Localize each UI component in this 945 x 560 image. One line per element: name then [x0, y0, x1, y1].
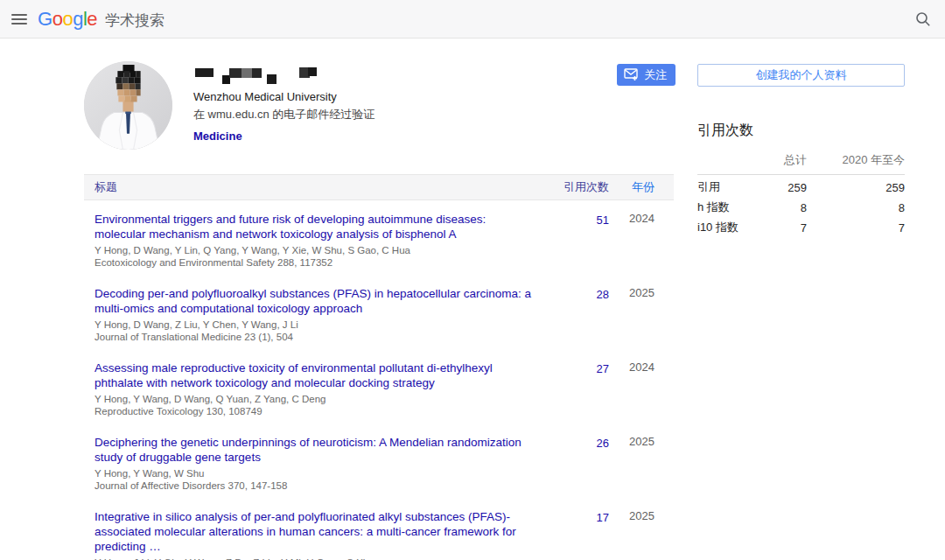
publication-title-link[interactable]: Assessing male reproductive toxicity of …: [94, 360, 536, 390]
publication-year: 2025: [609, 509, 674, 522]
publication-row: Integrative in silico analysis of per-an…: [84, 498, 674, 560]
stat-label-i10index[interactable]: i10 指数: [697, 220, 752, 235]
publication-title-link[interactable]: Environmental triggers and future risk o…: [94, 212, 536, 242]
stat-hindex-since: 8: [807, 201, 905, 214]
publication-year: 2025: [609, 435, 674, 448]
follow-button[interactable]: 关注: [617, 64, 676, 86]
stats-header-row: 总计 2020 年至今: [697, 152, 905, 175]
column-header-year[interactable]: 年份: [609, 179, 674, 195]
stats-col-total: 总计: [752, 152, 807, 168]
cited-count-link[interactable]: 26: [597, 437, 609, 450]
publication-row: Assessing male reproductive toxicity of …: [84, 349, 674, 424]
publication-title-link[interactable]: Decoding per-and polyfluoroalkyl substan…: [94, 286, 536, 316]
cited-count-link[interactable]: 17: [597, 511, 609, 524]
publication-authors: Y Hong, J Li, Y Qiu, Y Wang, Z Du, Z Liu…: [94, 556, 536, 560]
citation-stats-table: 总计 2020 年至今 引用 259 259 h 指数 8 8 i10 指数 7…: [697, 152, 905, 235]
stat-hindex-total: 8: [752, 201, 807, 214]
publication-row: Deciphering the genetic underpinnings of…: [84, 424, 674, 498]
profile-photo: [84, 61, 172, 150]
publication-title-link[interactable]: Deciphering the genetic underpinnings of…: [94, 435, 536, 465]
publication-row: Environmental triggers and future risk o…: [84, 200, 674, 275]
scholar-logo[interactable]: Google 学术搜索: [38, 8, 164, 31]
publication-year: 2025: [609, 286, 674, 299]
cited-count-link[interactable]: 28: [597, 288, 609, 301]
publication-venue: Reproductive Toxicology 130, 108749: [94, 405, 536, 417]
publication-main: Deciphering the genetic underpinnings of…: [84, 435, 548, 492]
follow-button-label: 关注: [644, 67, 667, 83]
follow-envelope-plus-icon: [624, 68, 639, 81]
redacted-author-name: [193, 65, 333, 84]
product-name: 学术搜索: [105, 10, 164, 31]
profile-info: Wenzhou Medical University 在 wmu.edu.cn …: [193, 65, 561, 144]
publication-authors: Y Hong, Y Wang, W Shu: [94, 467, 536, 480]
publication-year: 2024: [609, 212, 674, 225]
publication-main: Environmental triggers and future risk o…: [84, 212, 548, 269]
publication-authors: Y Hong, Y Wang, D Wang, Q Yuan, Z Yang, …: [94, 393, 536, 405]
stat-i10index-since: 7: [807, 221, 905, 234]
stat-i10index-total: 7: [752, 221, 807, 234]
publication-main: Decoding per-and polyfluoroalkyl substan…: [84, 286, 548, 343]
publication-main: Assessing male reproductive toxicity of …: [84, 360, 548, 417]
stats-row-hindex: h 指数 8 8: [697, 195, 905, 215]
stat-citations-since: 259: [807, 181, 905, 194]
publication-venue: Ecotoxicology and Environmental Safety 2…: [94, 256, 536, 269]
publication-year: 2024: [609, 360, 674, 374]
stats-row-i10index: i10 指数 7 7: [697, 215, 905, 235]
publication-venue: Journal of Translational Medicine 23 (1)…: [94, 331, 536, 343]
publication-main: Integrative in silico analysis of per-an…: [84, 509, 548, 560]
publication-title-link[interactable]: Integrative in silico analysis of per-an…: [94, 509, 536, 554]
menu-icon[interactable]: [11, 11, 27, 27]
stat-citations-total: 259: [752, 181, 807, 194]
stats-row-citations: 引用 259 259: [697, 175, 905, 195]
cited-count-link[interactable]: 51: [597, 214, 609, 227]
search-icon[interactable]: [915, 11, 931, 27]
publication-authors: Y Hong, D Wang, Z Liu, Y Chen, Y Wang, J…: [94, 318, 536, 331]
create-profile-button[interactable]: 创建我的个人资料: [697, 64, 905, 87]
verified-email: 在 wmu.edu.cn 的电子邮件经过验证: [193, 107, 561, 122]
sidebar: 创建我的个人资料 引用次数 总计 2020 年至今 引用 259 259 h 指…: [697, 64, 905, 235]
publications-table: 标题 引用次数 年份 Environmental triggers and fu…: [84, 174, 674, 560]
interest-link-medicine[interactable]: Medicine: [193, 130, 242, 143]
stats-col-since: 2020 年至今: [807, 152, 905, 168]
stat-label-hindex[interactable]: h 指数: [697, 200, 752, 215]
publication-row: Decoding per-and polyfluoroalkyl substan…: [84, 275, 674, 349]
cited-count-link[interactable]: 27: [597, 362, 609, 375]
column-header-cited-by[interactable]: 引用次数: [548, 179, 609, 195]
column-header-title[interactable]: 标题: [84, 179, 548, 195]
affiliation: Wenzhou Medical University: [193, 90, 561, 103]
publication-venue: Journal of Affective Disorders 370, 147-…: [94, 480, 536, 492]
google-logo: Google: [38, 8, 97, 31]
top-bar: Google 学术搜索: [0, 0, 945, 38]
cited-by-title: 引用次数: [697, 122, 905, 140]
stat-label-citations[interactable]: 引用: [697, 179, 752, 195]
publications-header-row: 标题 引用次数 年份: [84, 174, 674, 200]
publication-authors: Y Hong, D Wang, Y Lin, Q Yang, Y Wang, Y…: [94, 244, 536, 256]
